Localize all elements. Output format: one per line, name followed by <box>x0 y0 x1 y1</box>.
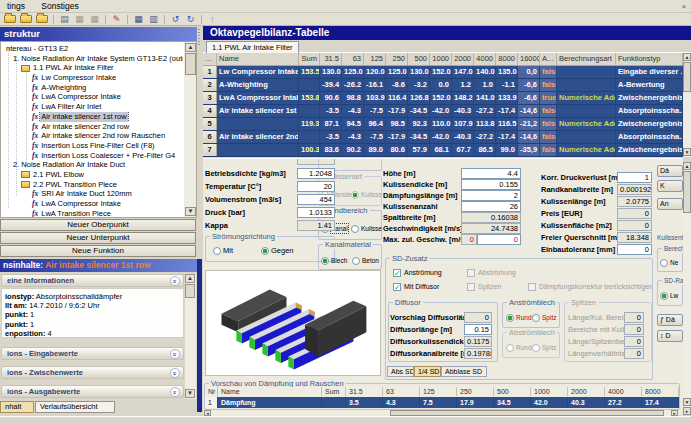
einbautoleranz-mm-input[interactable]: 0 <box>617 244 652 255</box>
table-scrollbar[interactable]: ▲ ▼ <box>683 53 691 157</box>
window-2-icon[interactable]: ▦ <box>88 14 101 25</box>
checkbox-spitzen[interactable]: Spitzen <box>467 282 501 291</box>
tree-item[interactable]: fxLwA Filter Air Inlet <box>2 102 183 112</box>
tree-item[interactable]: fxLwA Compressor Intake <box>2 199 183 209</box>
radio-spitz-anstroem[interactable]: Spitz <box>532 313 556 322</box>
scroll-thumb[interactable] <box>683 171 691 213</box>
radio-blech[interactable]: Blech <box>321 256 347 265</box>
tab-pwl-air-intake-filter[interactable]: 1.1 PWL Air Intake Filter <box>206 41 299 53</box>
tree-item[interactable]: ntereau - GT13 E2 <box>2 44 183 54</box>
tab-abblase-sd[interactable]: Abblase SD <box>441 366 487 377</box>
column-header[interactable]: 2000 <box>452 53 474 65</box>
an-button[interactable]: An <box>657 198 683 210</box>
checkbox-mit-diffusor[interactable]: ✓Mit Diffusor <box>393 282 439 291</box>
column-header[interactable]: Nr <box>205 387 218 396</box>
radio-gegen[interactable]: Gegen <box>261 246 294 255</box>
tree-item[interactable]: fxInsertion Loss Coalescer + Pre-Filter … <box>2 151 183 161</box>
column-header[interactable]: 1000 <box>531 387 568 396</box>
spaltbreite-m-input[interactable]: 0.16038 <box>461 212 521 223</box>
betriebsdichte-kg-m3-input[interactable]: 1.2048 <box>297 168 335 179</box>
column-header[interactable]: 4000 <box>605 387 642 396</box>
diffusorkulissendicke-m-input[interactable]: 0.1175 <box>464 336 492 347</box>
tree-item[interactable]: 2. Noise Radiation Air Intake Duct <box>2 160 183 170</box>
column-header[interactable]: 63 <box>342 53 364 65</box>
scroll-down-icon[interactable]: ▼ <box>683 398 691 406</box>
vorschlag-diffusorlänge-m-input[interactable]: 0 <box>464 312 492 323</box>
window-icon[interactable]: ▦ <box>73 14 86 25</box>
fx-daempfung-button[interactable]: ƒ Dä <box>657 314 683 326</box>
scroll-up-icon[interactable]: ▲ <box>185 274 195 283</box>
collapse-icon[interactable]: » <box>170 276 180 286</box>
column-header[interactable]: 125 <box>420 387 457 396</box>
table-row[interactable]: 1Lw Compressor Intake153.5130.0125.0120.… <box>203 66 683 79</box>
form-icon[interactable]: ▥ <box>147 14 160 25</box>
k-button[interactable]: K <box>657 180 683 192</box>
tree-item[interactable]: 2.1 PWL Elbow <box>2 170 183 180</box>
expand-icon[interactable]: « <box>170 349 180 359</box>
column-header[interactable]: 500 <box>408 53 430 65</box>
tab-inhalt[interactable]: nhalt <box>0 401 34 413</box>
undo-icon[interactable]: ↺ <box>169 14 182 25</box>
scroll-thumb[interactable] <box>185 284 195 298</box>
column-header[interactable]: 8000 <box>496 53 518 65</box>
column-header[interactable]: Berechnungsart <box>557 53 616 65</box>
tree-item[interactable]: fxLwA Compressor Intake <box>2 92 183 102</box>
table-row[interactable]: 4Air intake silencer 1st row-3.5-4.3-7.5… <box>203 105 683 118</box>
edit-icon[interactable]: ✎ <box>110 14 123 25</box>
radio-kulisse-art[interactable]: Kulisse <box>351 190 382 199</box>
scroll-down-icon[interactable]: ▼ <box>683 148 691 156</box>
menu-item-settings[interactable]: tings <box>0 0 32 12</box>
kulissenfläche-m2-input[interactable]: 0 <box>617 220 652 231</box>
print-icon[interactable]: ▤ <box>58 14 71 25</box>
checkbox-anstroemung[interactable]: ✓Anströmung <box>393 268 442 277</box>
neue-funktion-button[interactable]: Neue Funktion <box>0 245 196 257</box>
tab-1-4-sd[interactable]: 1/4 SD <box>414 366 441 377</box>
tree-scrollbar[interactable]: ▲ ▼ <box>184 42 197 217</box>
radio-mit[interactable]: Mit <box>213 246 233 255</box>
korr-druckverlust-mbar-input[interactable]: 1 <box>617 172 652 183</box>
radio-spitz-abstroem[interactable]: Spitz <box>532 343 556 352</box>
column-header[interactable]: 16000 <box>518 53 540 65</box>
preis-eur-input[interactable]: 0 <box>617 208 652 219</box>
neuer-unterpunkt-button[interactable]: Neuer Unterpunkt <box>0 232 196 244</box>
column-header[interactable]: A... <box>540 53 557 65</box>
tree-item[interactable]: fxInsertion Loss Fine-Filter Cell (F8) <box>2 141 183 151</box>
daempfung-button[interactable]: Dä <box>657 165 683 177</box>
länge-spitzenbereich-m-input[interactable]: 0 <box>624 336 644 347</box>
grid-icon[interactable]: ▦ <box>132 14 145 25</box>
dämpfungslänge-m-input[interactable]: 2 <box>461 190 521 201</box>
radio-rund-abstroem[interactable]: Rund <box>506 343 532 352</box>
checkbox-daempfungskorrektur[interactable]: Dämpfungskorrektur berücksichtigen <box>528 282 652 291</box>
table-row[interactable]: 7100.383.690.289.080.657.968.167.786.599… <box>203 144 683 157</box>
column-header[interactable]: 500 <box>494 387 531 396</box>
tree-item[interactable]: fxAir intake silencer 1st row <box>2 112 183 122</box>
project-tree[interactable]: ntereau - GT13 E21. Noise Radiation Air … <box>0 41 197 218</box>
tree-item[interactable]: fxLw Compressor Intake <box>2 73 183 83</box>
expand-icon[interactable]: « <box>170 387 180 397</box>
tree-item[interactable]: fxLwA Transition Piece <box>2 209 183 218</box>
expand-icon[interactable]: « <box>170 368 180 378</box>
d-button[interactable]: ↕ D <box>657 330 683 342</box>
scroll-down-icon[interactable]: ▼ <box>185 207 196 216</box>
column-header[interactable]: Sum <box>322 387 346 396</box>
column-header[interactable]: 8000 <box>642 387 679 396</box>
kulissenlänge-m-input[interactable]: 2.0775 <box>617 196 652 207</box>
kappa-input[interactable]: 1.41 <box>297 220 335 231</box>
diffusorkanalbreite-m-input[interactable]: 0.19788 <box>464 348 492 359</box>
folder-open-icon[interactable] <box>20 15 32 23</box>
close-icon[interactable]: × <box>680 2 688 11</box>
länge-kul-bereich-m-input[interactable]: 0 <box>624 312 644 323</box>
scroll-up-icon[interactable]: ▲ <box>185 43 196 52</box>
table-row[interactable]: 5119.387.194.596.498.592.3110.0107.9113.… <box>203 118 683 131</box>
druck-bar-input[interactable]: 1.0133 <box>297 207 335 218</box>
column-header[interactable]: 250 <box>457 387 494 396</box>
column-header[interactable]: 31.5 <box>320 53 342 65</box>
radio-rund-anstroem[interactable]: Rund <box>506 313 532 322</box>
column-header[interactable]: 125 <box>364 53 386 65</box>
freier-querschnitt-m2-input[interactable]: 18.348 <box>617 232 652 243</box>
scroll-down-icon[interactable]: ▼ <box>185 389 195 398</box>
geschwindigkeit-m-s-input[interactable]: 24.7438 <box>461 223 521 234</box>
scroll-thumb[interactable] <box>185 53 196 75</box>
section-eingabewerte[interactable]: ions - Eingabewerte « <box>1 347 184 360</box>
kulissenanzahl-input[interactable]: 26 <box>461 201 521 212</box>
